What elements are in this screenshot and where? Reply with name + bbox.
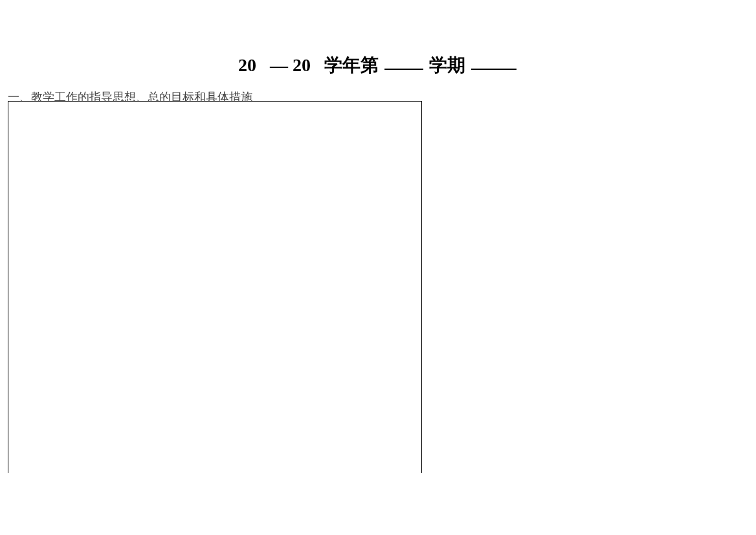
year-prefix-1: 20	[238, 55, 256, 75]
dash-separator: —	[270, 55, 288, 75]
content-entry-box	[8, 101, 422, 473]
trailing-blank	[471, 69, 517, 70]
semester-number-blank	[384, 69, 423, 70]
academic-year-text: 学年第	[324, 55, 379, 75]
page-title: 20 — 20 学年第 学期	[0, 53, 756, 78]
year-prefix-2: 20	[293, 55, 311, 75]
semester-text: 学期	[429, 55, 465, 75]
